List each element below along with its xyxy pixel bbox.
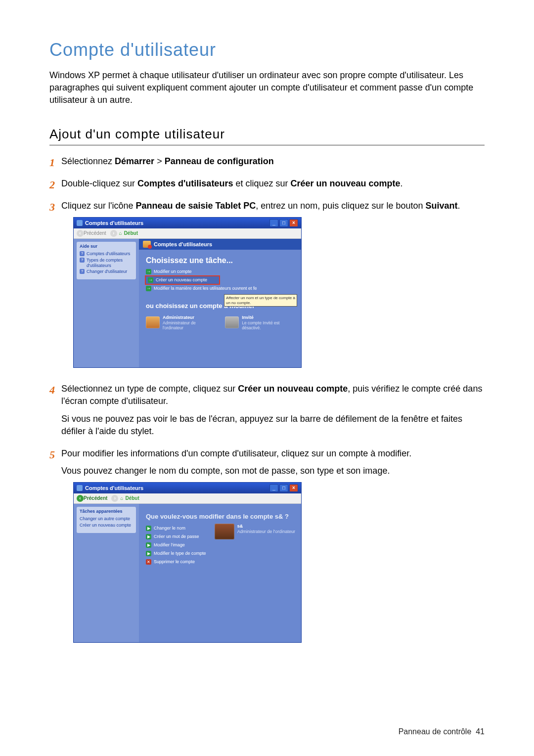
window-titlebar[interactable]: Comptes d'utilisateurs _ □ × — [74, 218, 301, 228]
help-icon: ? — [80, 251, 85, 256]
task-change-logon[interactable]: Modifier la manière dont les utilisateur… — [146, 286, 294, 291]
page-title: Compte d'utilisateur — [49, 40, 485, 60]
help-icon: ? — [80, 269, 85, 274]
close-button[interactable]: × — [289, 219, 298, 227]
screenshot-user-account-edit: Comptes d'utilisateurs _ □ × ‹ Précédent… — [73, 482, 302, 643]
help-icon: ? — [80, 258, 85, 263]
step-5-text: Pour modifier les informations d'un comp… — [61, 447, 485, 653]
account-card-guest[interactable]: Invité Le compte Invité est désactivé. — [225, 315, 294, 330]
maximize-button[interactable]: □ — [279, 219, 288, 227]
action-delete-account[interactable]: ✕Supprimer le compte — [146, 559, 294, 565]
page-footer: Panneau de contrôle 41 — [399, 727, 485, 736]
step-number-5: 5 — [49, 447, 61, 653]
sidebar-item-types[interactable]: ?Types de comptes d'utilisateurs — [80, 258, 133, 268]
action-icon: ▶ — [146, 551, 151, 556]
home-icon[interactable]: ⌂ — [120, 495, 123, 501]
step-4-text: Sélectionnez un type de compte, cliquez … — [61, 383, 485, 443]
main-panel: Que voulez-vous modifier dans le compte … — [139, 504, 301, 642]
arrow-icon — [146, 286, 151, 291]
avatar-admin — [146, 316, 160, 328]
section-heading: Ajout d'un compte utilisateur — [49, 127, 485, 145]
close-button[interactable]: × — [289, 484, 298, 492]
toolbar: ‹ Précédent › ⌂ Début — [74, 493, 301, 504]
back-button-label[interactable]: Précédent — [84, 230, 106, 236]
arrow-icon — [146, 269, 151, 274]
home-button-label[interactable]: Début — [125, 495, 139, 501]
back-icon[interactable]: ‹ — [77, 495, 84, 502]
banner: Comptes d'utilisateurs — [139, 239, 301, 250]
sidebar-item-create-new[interactable]: Créer un nouveau compte — [80, 523, 133, 528]
avatar-guest — [225, 316, 239, 328]
account-card-admin[interactable]: Administrateur Administrateur de l'ordin… — [146, 315, 212, 330]
profile-summary: s& Administrateur de l'ordinateur — [215, 524, 295, 539]
action-icon: ▶ — [146, 534, 151, 539]
back-icon[interactable]: ‹ — [77, 230, 84, 237]
forward-icon[interactable]: › — [110, 230, 117, 237]
action-change-type[interactable]: ▶Modifier le type de compte — [146, 551, 294, 556]
sidebar-related-tasks: Tâches apparentées Changer un autre comp… — [77, 507, 136, 533]
action-change-image[interactable]: ▶Modifier l'image — [146, 542, 294, 548]
step-number-4: 4 — [49, 383, 61, 443]
action-icon: ▶ — [146, 526, 151, 531]
action-delete-icon: ✕ — [146, 559, 151, 565]
toolbar: ‹ Précédent › ⌂ Début — [74, 228, 301, 239]
users-icon — [143, 241, 151, 248]
task-modify-account[interactable]: Modifier un compte — [146, 269, 294, 274]
step-3-text: Cliquez sur l'icône Panneau de saisie Ta… — [61, 200, 485, 378]
window-title: Comptes d'utilisateurs — [85, 220, 143, 226]
window-icon — [77, 485, 83, 491]
minimize-button[interactable]: _ — [269, 219, 278, 227]
tooltip: Affecter un nom et un type de compte à u… — [224, 294, 297, 307]
home-icon[interactable]: ⌂ — [119, 230, 122, 236]
step-1-text: Sélectionnez Démarrer > Panneau de confi… — [61, 155, 485, 173]
arrow-icon — [148, 277, 153, 283]
maximize-button[interactable]: □ — [279, 484, 288, 492]
sidebar-item-accounts[interactable]: ?Comptes d'utilisateurs — [80, 251, 133, 257]
sidebar-help-block: Aide sur ?Comptes d'utilisateurs ?Types … — [77, 242, 136, 279]
sidebar: Tâches apparentées Changer un autre comp… — [74, 504, 139, 642]
home-button-label[interactable]: Début — [124, 230, 138, 236]
main-panel: Comptes d'utilisateurs Choisissez une tâ… — [139, 239, 301, 367]
avatar — [215, 524, 234, 539]
window-titlebar[interactable]: Comptes d'utilisateurs _ □ × — [74, 483, 301, 493]
window-icon — [77, 220, 83, 226]
back-button-label[interactable]: Précédent — [84, 495, 107, 501]
question-heading: Que voulez-vous modifier dans le compte … — [146, 513, 294, 521]
sidebar-heading: Aide sur — [80, 244, 133, 249]
window-title: Comptes d'utilisateurs — [85, 485, 143, 491]
task-create-account[interactable]: Créer un nouveau compte — [146, 276, 219, 284]
step-number-3: 3 — [49, 200, 61, 378]
step-number-2: 2 — [49, 178, 61, 195]
forward-icon[interactable]: › — [111, 495, 118, 502]
step-number-1: 1 — [49, 155, 61, 173]
screenshot-user-accounts-main: Comptes d'utilisateurs _ □ × ‹ Précédent… — [73, 217, 302, 368]
step-2-text: Double-cliquez sur Comptes d'utilisateur… — [61, 178, 485, 195]
minimize-button[interactable]: _ — [269, 484, 278, 492]
sidebar-item-switch[interactable]: ?Changer d'utilisateur — [80, 269, 133, 274]
task-heading: Choisissez une tâche... — [146, 256, 294, 265]
action-icon: ▶ — [146, 542, 151, 548]
sidebar-item-change-other[interactable]: Changer un autre compte — [80, 516, 133, 522]
sidebar: Aide sur ?Comptes d'utilisateurs ?Types … — [74, 239, 139, 367]
sidebar-heading: Tâches apparentées — [80, 509, 133, 514]
intro-paragraph: Windows XP permet à chaque utilisateur d… — [49, 69, 485, 107]
